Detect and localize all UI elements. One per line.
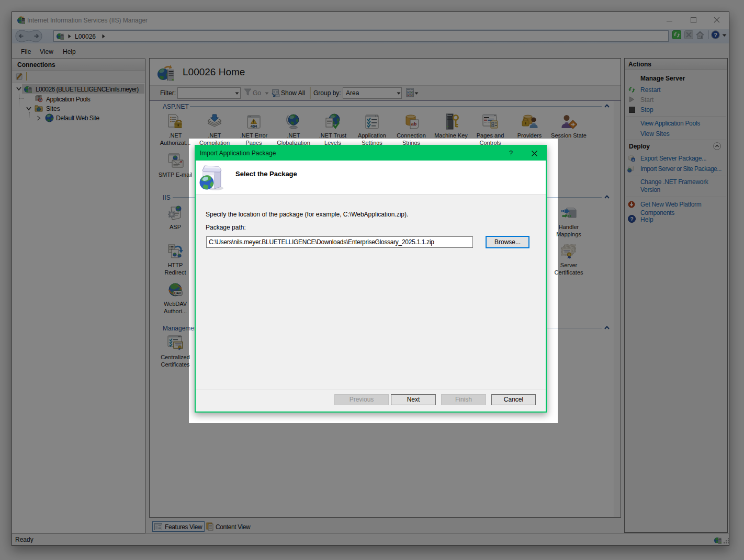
svg-text:?: ? xyxy=(630,216,633,222)
svg-text:?: ? xyxy=(714,32,717,38)
